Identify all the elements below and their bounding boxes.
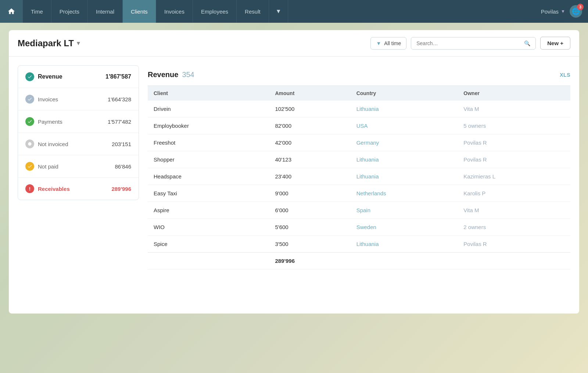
header-controls: ▼ All time 🔍 New +	[370, 37, 570, 50]
table-row[interactable]: Drivein 102'500 Lithuania Vita M	[148, 101, 570, 117]
revenue-count: 354	[182, 70, 194, 79]
company-dropdown-icon: ▾	[77, 40, 80, 47]
cell-client-5: Easy Taxi	[148, 185, 269, 202]
nav-more-dropdown[interactable]: ▼	[269, 0, 288, 23]
nav-item-internal[interactable]: Internal	[88, 0, 123, 23]
table-row[interactable]: Freeshot 42'000 Germany Povilas R	[148, 134, 570, 151]
cell-owner-2: Povilas R	[458, 134, 570, 151]
nav-item-time[interactable]: Time	[23, 0, 51, 23]
col-header-amount: Amount	[269, 86, 350, 101]
cell-client-7: WIO	[148, 219, 269, 236]
user-chevron-icon: ▼	[561, 9, 565, 14]
nav-item-clients[interactable]: Clients	[123, 0, 156, 23]
not-paid-label: Not paid	[38, 163, 111, 170]
left-panel: Revenue 1'867'587 Invoices 1'664'328 Pay…	[18, 65, 139, 200]
table-row[interactable]: Employbooker 82'000 USA 5 owners	[148, 117, 570, 134]
revenue-value: 1'867'587	[105, 73, 131, 80]
total-country-empty	[351, 253, 458, 269]
revenue-label: Revenue	[38, 73, 102, 80]
col-header-owner: Owner	[458, 86, 570, 101]
revenue-header: Revenue 354 XLS	[148, 65, 570, 86]
receivables-label: Receivables	[38, 186, 108, 192]
search-icon: 🔍	[524, 40, 530, 46]
table-row[interactable]: Spice 3'500 Lithuania Povilas R	[148, 236, 570, 253]
cell-country-7: Sweden	[351, 219, 458, 236]
payments-icon	[25, 117, 34, 126]
not-invoiced-label: Not invoiced	[38, 141, 108, 147]
cell-owner-7: 2 owners	[458, 219, 570, 236]
cell-country-1: USA	[351, 117, 458, 134]
cell-country-2: Germany	[351, 134, 458, 151]
revenue-section-title: Revenue	[148, 70, 178, 79]
total-label	[148, 253, 269, 269]
time-filter-label: All time	[384, 40, 401, 46]
table-header-row: Client Amount Country Owner	[148, 86, 570, 101]
user-name: Povilas	[541, 8, 559, 15]
cell-country-8: Lithuania	[351, 236, 458, 253]
time-filter-button[interactable]: ▼ All time	[370, 37, 406, 50]
home-button[interactable]	[0, 0, 23, 23]
cell-amount-2: 42'000	[269, 134, 350, 151]
not-invoiced-value: 203'151	[112, 141, 131, 147]
user-menu[interactable]: Povilas ▼	[541, 8, 565, 15]
search-box[interactable]: 🔍	[411, 37, 536, 50]
payments-label: Payments	[38, 119, 104, 125]
col-header-client: Client	[148, 86, 269, 101]
cell-owner-5: Karolis P	[458, 185, 570, 202]
stat-row-payments[interactable]: Payments 1'577'482	[18, 111, 139, 133]
navbar: Time Projects Internal Clients Invoices …	[0, 0, 588, 23]
table-row[interactable]: Aspire 6'000 Spain Vita M	[148, 202, 570, 219]
table-footer: 289'996	[148, 253, 570, 269]
stat-row-revenue[interactable]: Revenue 1'867'587	[18, 66, 139, 88]
cell-client-2: Freeshot	[148, 134, 269, 151]
col-header-country: Country	[351, 86, 458, 101]
cell-owner-3: Povilas R	[458, 151, 570, 168]
new-button[interactable]: New +	[540, 37, 570, 50]
cell-amount-5: 9'000	[269, 185, 350, 202]
table-row[interactable]: Shopper 40'123 Lithuania Povilas R	[148, 151, 570, 168]
table-body: Drivein 102'500 Lithuania Vita M Employb…	[148, 101, 570, 253]
nav-item-employees[interactable]: Employees	[193, 0, 237, 23]
invoices-label: Invoices	[38, 96, 104, 102]
stat-row-receivables[interactable]: ! Receivables 289'996	[18, 178, 139, 200]
cell-amount-1: 82'000	[269, 117, 350, 134]
table-row[interactable]: Headspace 23'400 Lithuania Kazimieras L	[148, 168, 570, 185]
total-value: 289'996	[269, 253, 350, 269]
stat-row-invoices[interactable]: Invoices 1'664'328	[18, 88, 139, 111]
cell-amount-3: 40'123	[269, 151, 350, 168]
nav-item-result[interactable]: Result	[237, 0, 269, 23]
not-invoiced-icon	[25, 140, 34, 148]
right-panel: Revenue 354 XLS Client Amount Country Ow…	[148, 65, 570, 305]
company-name: Mediapark LT	[18, 38, 74, 48]
cell-country-5: Netherlands	[351, 185, 458, 202]
payments-value: 1'577'482	[108, 119, 131, 125]
not-paid-value: 86'846	[115, 163, 131, 170]
cell-owner-4: Kazimieras L	[458, 168, 570, 185]
notification-badge: 3	[577, 4, 584, 10]
stat-row-not-invoiced[interactable]: Not invoiced 203'151	[18, 133, 139, 155]
cell-client-8: Spice	[148, 236, 269, 253]
search-input[interactable]	[416, 40, 521, 46]
receivables-value: 289'996	[111, 186, 131, 192]
table-row[interactable]: Easy Taxi 9'000 Netherlands Karolis P	[148, 185, 570, 202]
filter-icon: ▼	[376, 40, 381, 46]
stat-row-not-paid[interactable]: Not paid 86'846	[18, 155, 139, 178]
cell-owner-8: Povilas R	[458, 236, 570, 253]
svg-point-0	[28, 142, 31, 145]
cell-client-1: Employbooker	[148, 117, 269, 134]
table-total-row: 289'996	[148, 253, 570, 269]
cell-client-0: Drivein	[148, 101, 269, 117]
table-row[interactable]: WIO 5'600 Sweden 2 owners	[148, 219, 570, 236]
nav-items: Time Projects Internal Clients Invoices …	[23, 0, 541, 23]
nav-item-invoices[interactable]: Invoices	[156, 0, 193, 23]
revenue-icon	[25, 72, 34, 81]
cell-amount-7: 5'600	[269, 219, 350, 236]
cell-client-6: Aspire	[148, 202, 269, 219]
notifications-button[interactable]: 🌐 3	[570, 5, 582, 18]
nav-item-projects[interactable]: Projects	[51, 0, 88, 23]
cell-country-4: Lithuania	[351, 168, 458, 185]
xls-button[interactable]: XLS	[560, 72, 570, 78]
cell-client-3: Shopper	[148, 151, 269, 168]
company-title[interactable]: Mediapark LT ▾	[18, 38, 80, 48]
content-area: Revenue 1'867'587 Invoices 1'664'328 Pay…	[9, 57, 579, 314]
